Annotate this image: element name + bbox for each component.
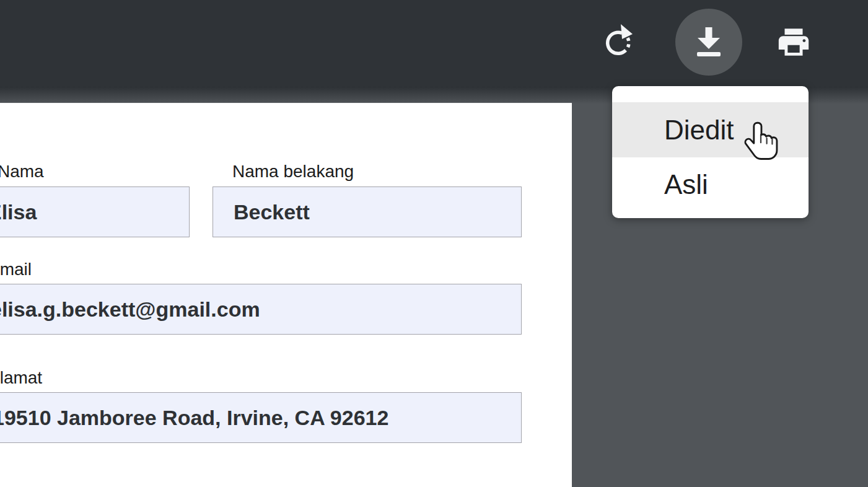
- pdf-viewer: Nama Nama belakang Email Alamat Elisa Be…: [0, 0, 868, 487]
- rotate-clockwise-icon: [603, 22, 636, 59]
- menu-item-original[interactable]: Asli: [612, 157, 809, 211]
- email-value: elisa.g.beckett@gmail.com: [0, 284, 260, 335]
- rotate-button[interactable]: [602, 22, 637, 59]
- download-button[interactable]: [675, 9, 742, 76]
- printer-icon: [776, 24, 812, 60]
- first-name-value: Elisa: [0, 186, 37, 237]
- download-icon: [693, 25, 724, 59]
- first-name-label: Nama: [0, 162, 44, 181]
- menu-item-edited[interactable]: Diedit: [612, 102, 809, 157]
- address-label: Alamat: [0, 369, 42, 387]
- print-button[interactable]: [776, 24, 812, 60]
- last-name-label: Nama belakang: [232, 162, 354, 181]
- address-value: 19510 Jamboree Road, Irvine, CA 92612: [0, 392, 388, 443]
- last-name-value: Beckett: [234, 186, 310, 237]
- email-label: Email: [0, 260, 32, 279]
- download-options-menu: Diedit Asli: [612, 86, 809, 218]
